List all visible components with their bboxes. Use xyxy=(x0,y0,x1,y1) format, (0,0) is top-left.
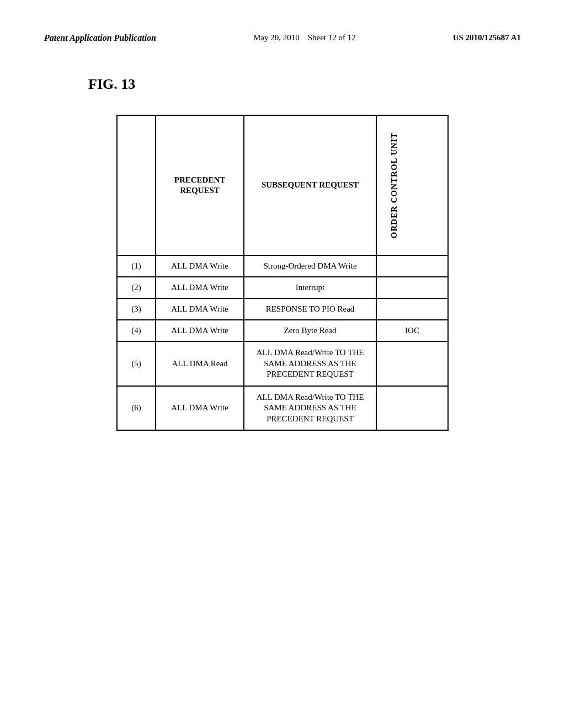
row-1-precedent: ALL DMA Write xyxy=(156,255,244,277)
row-2-subsequent: Interrupt xyxy=(244,277,376,298)
row-5-number: (5) xyxy=(117,341,156,386)
page: Patent Application Publication May 20, 2… xyxy=(0,0,565,728)
order-control-header: ORDER CONTROL UNIT xyxy=(385,121,404,249)
sheet-info: Sheet 12 of 12 xyxy=(308,33,356,42)
row-2-precedent: ALL DMA Write xyxy=(156,277,244,298)
row-5-order xyxy=(376,341,448,386)
table-row: (6) ALL DMA Write ALL DMA Read/Write TO … xyxy=(117,386,448,431)
row-4-number: (4) xyxy=(117,320,156,341)
row-6-order xyxy=(376,386,448,431)
page-header: Patent Application Publication May 20, 2… xyxy=(44,33,521,43)
row-6-number: (6) xyxy=(117,386,156,431)
publication-title: Patent Application Publication xyxy=(44,33,156,43)
col-header-precedent: PRECEDENT REQUEST xyxy=(156,115,244,255)
row-3-number: (3) xyxy=(117,298,156,320)
row-1-number: (1) xyxy=(117,255,156,277)
table-row: (4) ALL DMA Write Zero Byte Read IOC xyxy=(117,320,448,341)
publication-date: May 20, 2010 xyxy=(253,33,300,42)
row-6-subsequent: ALL DMA Read/Write TO THE SAME ADDRESS A… xyxy=(244,386,376,431)
table-row: (2) ALL DMA Write Interrupt xyxy=(117,277,448,298)
row-4-order: IOC xyxy=(376,320,448,341)
table-row: (1) ALL DMA Write Strong-Ordered DMA Wri… xyxy=(117,255,448,277)
table-container: PRECEDENT REQUEST SUBSEQUENT REQUEST ORD… xyxy=(44,115,521,431)
row-3-precedent: ALL DMA Write xyxy=(156,298,244,320)
table-header-row: PRECEDENT REQUEST SUBSEQUENT REQUEST ORD… xyxy=(117,115,448,255)
row-4-subsequent: Zero Byte Read xyxy=(244,320,376,341)
col-header-number xyxy=(117,115,156,255)
row-2-order xyxy=(376,277,448,298)
row-5-subsequent: ALL DMA Read/Write TO THE SAME ADDRESS A… xyxy=(244,341,376,386)
col-header-order: ORDER CONTROL UNIT xyxy=(376,115,448,255)
table-row: (3) ALL DMA Write RESPONSE TO PIO Read xyxy=(117,298,448,320)
patent-table: PRECEDENT REQUEST SUBSEQUENT REQUEST ORD… xyxy=(116,115,449,431)
col-header-subsequent: SUBSEQUENT REQUEST xyxy=(244,115,376,255)
row-4-precedent: ALL DMA Write xyxy=(156,320,244,341)
row-6-precedent: ALL DMA Write xyxy=(156,386,244,431)
table-row: (5) ALL DMA Read ALL DMA Read/Write TO T… xyxy=(117,341,448,386)
row-2-number: (2) xyxy=(117,277,156,298)
header-center: May 20, 2010 Sheet 12 of 12 xyxy=(253,33,356,42)
figure-label: FIG. 13 xyxy=(88,76,521,93)
row-3-subsequent: RESPONSE TO PIO Read xyxy=(244,298,376,320)
row-1-order xyxy=(376,255,448,277)
row-3-order xyxy=(376,298,448,320)
patent-number: US 2010/125687 A1 xyxy=(453,33,521,42)
row-5-precedent: ALL DMA Read xyxy=(156,341,244,386)
row-1-subsequent: Strong-Ordered DMA Write xyxy=(244,255,376,277)
